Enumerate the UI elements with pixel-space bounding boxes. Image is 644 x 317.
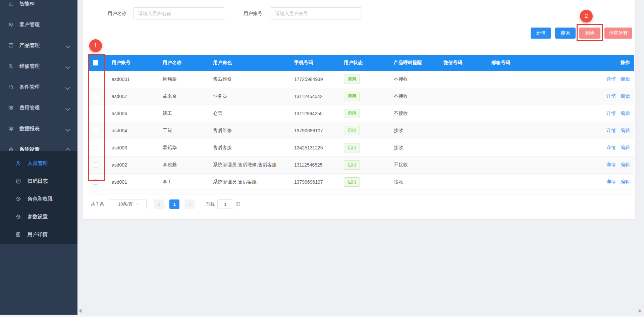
user-name-input[interactable]: [133, 7, 225, 19]
cell-notify: 不接收: [390, 71, 439, 88]
edit-link[interactable]: 编辑: [621, 162, 630, 168]
user-account-label: 用户账号: [244, 7, 262, 19]
select-all-checkbox[interactable]: [93, 60, 98, 65]
edit-link[interactable]: 编辑: [621, 128, 630, 134]
settings-submenu: 人员管理 扫码日志 角色和权限 参数设置 用户详情: [0, 151, 77, 244]
notebook-icon: [15, 178, 21, 184]
edit-link[interactable]: 编辑: [621, 93, 630, 99]
horizontal-scrollbar-track[interactable]: [0, 315, 644, 317]
add-button[interactable]: 新增: [531, 28, 551, 39]
sidebar-item-products[interactable]: 产品管理: [0, 35, 77, 56]
cell-wechat: [439, 105, 487, 122]
cell-account: asd007: [108, 88, 159, 105]
row-checkbox[interactable]: [93, 128, 98, 133]
chevron-down-icon: [136, 202, 139, 206]
cell-name: 李超越: [159, 156, 209, 173]
edit-link[interactable]: 编辑: [621, 145, 630, 151]
cell-account: asd001: [108, 174, 159, 190]
chevron-down-icon: [65, 106, 70, 111]
row-checkbox[interactable]: [93, 145, 98, 150]
col-role: 用户角色: [209, 55, 290, 71]
col-wechat: 微信号码: [439, 55, 487, 71]
cell-phone: 17725984939: [290, 71, 340, 88]
current-page[interactable]: 1: [169, 199, 179, 209]
submenu-item-scan-log[interactable]: 扫码日志: [0, 172, 77, 190]
cell-wechat: [439, 71, 487, 88]
col-phone: 手机号码: [290, 55, 340, 71]
next-page-button[interactable]: [184, 199, 195, 209]
row-checkbox[interactable]: [93, 77, 98, 82]
table-row: asd003 孟铅华 售后客服 13425131225 启用 接收 详情编辑: [89, 139, 634, 156]
detail-link[interactable]: 详情: [606, 128, 616, 134]
row-checkbox[interactable]: [93, 94, 98, 99]
sidebar-item-label: 费用管理: [19, 105, 40, 111]
detail-link[interactable]: 详情: [606, 110, 616, 117]
user-account-input[interactable]: [270, 7, 362, 19]
detail-link[interactable]: 详情: [606, 162, 616, 168]
toolbox-icon: [8, 84, 14, 90]
cell-email: [487, 174, 554, 190]
cell-phone: 13425131225: [290, 139, 340, 156]
detail-link[interactable]: 详情: [606, 76, 616, 82]
sidebar-item-spares[interactable]: 备件管理: [0, 77, 77, 97]
cell-name: 孟米奇: [159, 88, 209, 105]
total-count: 共 7 条: [91, 201, 104, 207]
sidebar-item-label: 产品管理: [19, 42, 40, 49]
table-row: asd004 王晨 售后维修 13790696107 启用 接收 详情编辑: [89, 122, 634, 139]
detail-link[interactable]: 详情: [606, 179, 616, 185]
status-badge: 启用: [344, 109, 360, 118]
cell-account: asd004: [108, 122, 159, 139]
edit-link[interactable]: 编辑: [621, 76, 630, 82]
edit-link[interactable]: 编辑: [621, 179, 630, 185]
page-size-select[interactable]: 10条/页: [110, 199, 147, 209]
row-checkbox[interactable]: [93, 162, 98, 168]
submenu-item-user-detail[interactable]: 用户详情: [0, 226, 77, 243]
chevron-left-icon: [158, 202, 162, 206]
sidebar: 智能BI 客户管理 产品管理 维修管理 备件管理: [0, 0, 77, 315]
scroll-left-arrow-icon[interactable]: [79, 309, 82, 313]
detail-link[interactable]: 详情: [606, 145, 616, 151]
table-scrollbar-track[interactable]: [89, 189, 634, 194]
detail-link[interactable]: 详情: [606, 93, 616, 99]
submenu-item-roles[interactable]: 角色和权限: [0, 190, 77, 208]
gear-icon: [15, 214, 21, 220]
cell-notify: 接收: [390, 139, 439, 156]
sidebar-item-bi[interactable]: 智能BI: [0, 0, 77, 14]
sidebar-item-reports[interactable]: 数据报表: [0, 118, 77, 139]
clear-all-button[interactable]: 清空所有: [604, 28, 632, 39]
cell-role: 售后维修: [209, 122, 290, 139]
sidebar-item-expenses[interactable]: 费用管理: [0, 97, 77, 118]
prev-page-button[interactable]: [154, 199, 164, 209]
user-name-label: 用户名称: [108, 7, 126, 19]
cell-name: 谈工: [159, 105, 209, 122]
chevron-down-icon: [65, 44, 70, 48]
scroll-right-arrow-icon[interactable]: [639, 309, 641, 313]
row-checkbox[interactable]: [93, 111, 98, 116]
content-card: 用户名称 用户账号 新增 搜索 删除 清空所有 用户账号 用户名称 用户角色 手…: [83, 0, 635, 219]
page-size-value: 10条/页: [118, 201, 133, 207]
pagination: 共 7 条 10条/页 1 前往 页: [91, 199, 240, 209]
cell-notify: 接收: [390, 122, 439, 139]
stack-icon: [8, 43, 14, 48]
goto-label: 前往: [206, 201, 215, 207]
delete-button[interactable]: 删除: [579, 28, 600, 39]
cell-account: asd003: [108, 139, 159, 156]
submenu-item-staff[interactable]: 人员管理: [0, 154, 77, 172]
users-table: 用户账号 用户名称 用户角色 手机号码 用户状态 产品呼叫提醒 微信号码 邮箱号…: [89, 55, 634, 191]
goto-page-input[interactable]: [217, 199, 233, 209]
cell-name: 李工: [159, 174, 209, 190]
table-header-row: 用户账号 用户名称 用户角色 手机号码 用户状态 产品呼叫提醒 微信号码 邮箱号…: [89, 55, 634, 71]
row-checkbox[interactable]: [93, 179, 98, 185]
cell-phone: 13112546525: [290, 156, 340, 173]
divider: [83, 21, 635, 21]
sidebar-item-label: 备件管理: [19, 84, 40, 90]
status-badge: 启用: [344, 160, 360, 170]
magnifier-icon: [8, 63, 14, 69]
sidebar-item-customers[interactable]: 客户管理: [0, 14, 77, 35]
sidebar-item-repairs[interactable]: 维修管理: [0, 56, 77, 77]
search-button[interactable]: 搜索: [555, 28, 576, 39]
edit-link[interactable]: 编辑: [621, 110, 630, 117]
submenu-item-params[interactable]: 参数设置: [0, 208, 77, 226]
col-name: 用户名称: [159, 55, 209, 71]
sidebar-item-label: 维修管理: [19, 63, 40, 70]
